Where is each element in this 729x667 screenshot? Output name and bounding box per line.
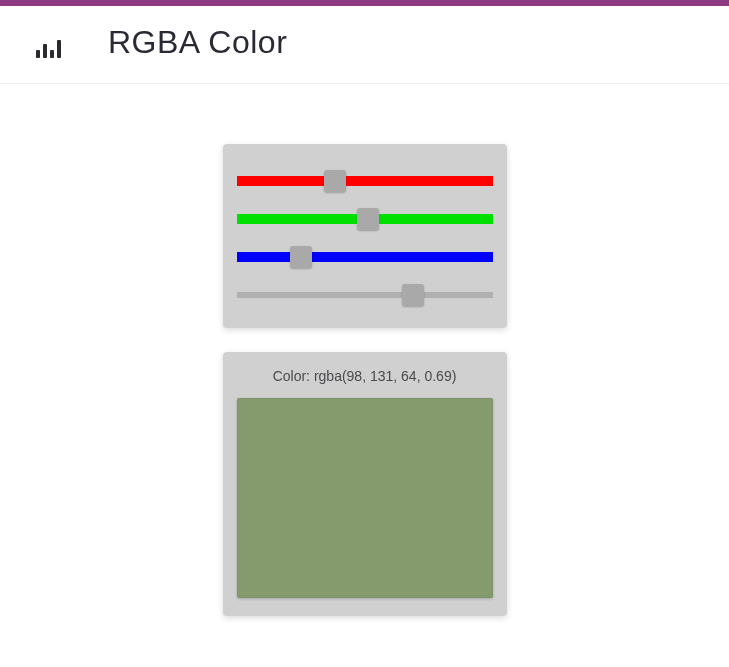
alpha-slider[interactable]: [237, 286, 493, 304]
red-track: [237, 176, 493, 186]
content: Color: rgba(98, 131, 64, 0.69): [0, 84, 729, 616]
alpha-track: [237, 292, 493, 298]
sliders-panel: [223, 144, 507, 328]
preview-panel: Color: rgba(98, 131, 64, 0.69): [223, 352, 507, 616]
blue-slider[interactable]: [237, 248, 493, 266]
color-label: Color: rgba(98, 131, 64, 0.69): [237, 368, 493, 384]
bars-icon: [28, 28, 68, 58]
alpha-thumb[interactable]: [402, 284, 424, 306]
color-swatch: [237, 398, 493, 598]
red-slider[interactable]: [237, 172, 493, 190]
green-thumb[interactable]: [357, 208, 379, 230]
blue-track: [237, 252, 493, 262]
header: RGBA Color: [0, 6, 729, 84]
blue-thumb[interactable]: [290, 246, 312, 268]
page-title: RGBA Color: [108, 24, 287, 61]
green-slider[interactable]: [237, 210, 493, 228]
red-thumb[interactable]: [324, 170, 346, 192]
